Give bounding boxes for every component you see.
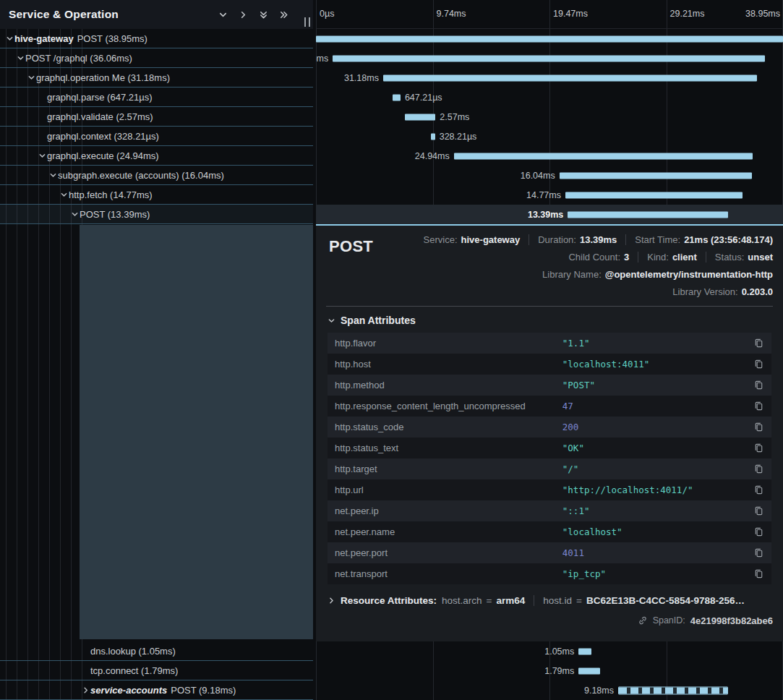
span-row: graphql.operation Me (31.18ms)31.18ms [0, 68, 783, 88]
meta-value: 3 [624, 252, 629, 262]
span-tree-item[interactable]: tcp.connect (1.79ms) [0, 661, 313, 680]
chevron-right-icon [328, 597, 335, 605]
detail-meta-item: Duration:13.39ms [529, 234, 617, 245]
copy-icon[interactable] [750, 547, 764, 558]
equals-sign: = [576, 595, 582, 606]
copy-icon[interactable] [750, 380, 764, 390]
attribute-key: http.status_text [335, 443, 562, 453]
span-bar-cell[interactable]: 36.06ms [316, 48, 783, 68]
span-bar-cell[interactable]: 14.77ms [316, 185, 783, 205]
span-bar-cell[interactable]: 9.18ms [316, 680, 783, 700]
span-tree-item[interactable]: graphql.validate (2.57ms) [0, 107, 313, 127]
span-tree-item[interactable]: graphql.parse (647.21µs) [0, 88, 313, 107]
copy-icon[interactable] [750, 401, 764, 411]
copy-icon[interactable] [750, 526, 764, 537]
chevron-down-icon[interactable] [4, 35, 14, 43]
span-tree-item[interactable]: dns.lookup (1.05ms) [0, 641, 313, 661]
chevron-down-icon[interactable] [15, 54, 25, 62]
span-tree-item[interactable]: graphql.execute (24.94ms) [0, 146, 313, 166]
duration-label: 31.18ms [344, 73, 379, 83]
attribute-row: http.response_content_length_uncompresse… [328, 396, 771, 417]
attribute-value: "localhost:4011" [562, 359, 750, 370]
divider [326, 306, 773, 307]
chevron-down-icon[interactable] [48, 171, 58, 179]
duration-bar[interactable] [618, 686, 728, 694]
span-bar-cell[interactable]: 1.05ms [316, 641, 783, 661]
selected-span-region [80, 225, 313, 639]
duration-label: 36.06ms [316, 54, 328, 64]
span-bar-cell[interactable]: 31.18ms [316, 68, 783, 88]
span-bar-cell[interactable]: 1.79ms [316, 661, 783, 680]
span-operation-label: dns.lookup (1.05ms) [90, 646, 176, 657]
span-tree-item[interactable]: http.fetch (14.77ms) [0, 185, 313, 205]
detail-meta-item: Child Count:3 [568, 252, 629, 262]
detail-meta-row: Child Count:3Kind:clientStatus:unset [568, 250, 773, 264]
double-chevron-down-icon[interactable] [259, 10, 268, 20]
attribute-row: net.peer.port4011 [328, 542, 771, 563]
duration-bar[interactable] [560, 172, 752, 179]
span-bar-cell[interactable]: 13.39ms [316, 205, 783, 224]
copy-icon[interactable] [750, 505, 764, 516]
meta-label: Status: [715, 252, 744, 262]
duration-bar[interactable] [578, 667, 600, 674]
detail-meta-row: Service:hive-gatewayDuration:13.39msStar… [424, 233, 773, 247]
copy-icon[interactable] [750, 443, 764, 453]
duration-bar[interactable] [393, 94, 401, 101]
span-tree-item[interactable]: subgraph.execute (accounts) (16.04ms) [0, 166, 313, 185]
span-service-name: hive-gateway [14, 33, 74, 44]
span-tree-item[interactable]: service-accountsPOST (9.18ms) [0, 680, 313, 700]
chevron-right-icon[interactable] [80, 686, 90, 694]
span-bar-cell[interactable]: 647.21µs [316, 88, 783, 107]
copy-icon[interactable] [750, 422, 764, 432]
span-bar-cell[interactable]: 2.57ms [316, 107, 783, 127]
attribute-row: http.flavor"1.1" [328, 333, 771, 354]
double-chevron-right-icon[interactable] [279, 10, 288, 20]
detail-meta-item: Service:hive-gateway [424, 234, 521, 245]
duration-bar[interactable] [454, 153, 753, 159]
span-tree-item[interactable]: graphql.operation Me (31.18ms) [0, 68, 313, 88]
meta-label: Kind: [647, 252, 669, 262]
span-tree-item[interactable]: graphql.context (328.21µs) [0, 127, 313, 146]
copy-icon[interactable] [750, 464, 764, 474]
meta-value: 13.39ms [580, 234, 617, 245]
span-tree-item[interactable]: POST (13.39ms) [0, 205, 313, 224]
resource-attributes-title: Resource Attributes: [341, 595, 437, 606]
copy-icon[interactable] [750, 485, 764, 495]
panel-resize-handle[interactable] [304, 17, 310, 27]
span-bar-cell[interactable] [316, 29, 783, 48]
duration-bar[interactable] [568, 211, 728, 218]
span-tree-item[interactable]: POST /graphql (36.06ms) [0, 48, 313, 68]
chevron-down-icon[interactable] [218, 10, 228, 20]
duration-bar[interactable] [333, 55, 765, 61]
copy-icon[interactable] [750, 359, 764, 370]
detail-meta: Service:hive-gatewayDuration:13.39msStar… [424, 233, 773, 299]
copy-icon[interactable] [750, 568, 764, 579]
span-attributes-header[interactable]: Span Attributes [328, 314, 773, 327]
duration-bar[interactable] [383, 74, 757, 81]
span-bar-cell[interactable]: 16.04ms [316, 166, 783, 185]
span-operation-label: POST (13.39ms) [80, 209, 150, 220]
chevron-down-icon[interactable] [59, 191, 69, 199]
chevron-down-icon[interactable] [37, 152, 47, 160]
duration-bar[interactable] [316, 35, 783, 42]
meta-label: Duration: [538, 234, 576, 245]
copy-icon[interactable] [750, 338, 764, 349]
duration-bar[interactable] [405, 114, 436, 120]
chevron-right-icon[interactable] [239, 10, 248, 20]
duration-bar[interactable] [565, 192, 743, 198]
duration-bar[interactable] [431, 133, 435, 140]
span-tree-item[interactable]: hive-gatewayPOST (38.95ms) [0, 29, 313, 48]
link-icon[interactable] [638, 615, 648, 626]
resource-attributes-row[interactable]: Resource Attributes: host.arch=arm64host… [328, 593, 771, 607]
span-operation-label: graphql.parse (647.21µs) [47, 92, 153, 103]
ruler-tick-label: 0µs [320, 9, 334, 19]
duration-bar[interactable] [578, 648, 591, 654]
chevron-down-icon[interactable] [69, 210, 80, 218]
span-operation-label: subgraph.execute (accounts) (16.04ms) [58, 170, 224, 181]
span-row: tcp.connect (1.79ms)1.79ms [0, 661, 783, 680]
span-bar-cell[interactable]: 328.21µs [316, 127, 783, 146]
chevron-down-icon[interactable] [26, 74, 36, 82]
resource-attribute-value: arm64 [496, 595, 525, 606]
attribute-row: net.peer.name"localhost" [328, 521, 771, 542]
span-bar-cell[interactable]: 24.94ms [316, 146, 783, 166]
